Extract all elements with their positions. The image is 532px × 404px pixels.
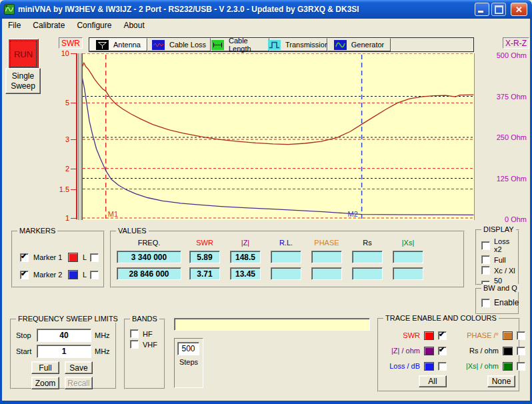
swr-tick-3: 3	[52, 135, 69, 143]
marker-1-l-checkbox[interactable]	[90, 253, 99, 262]
display-option-row: Full	[481, 255, 518, 264]
close-button[interactable]: ✕	[511, 3, 527, 16]
swr-tick-5: 5	[52, 99, 69, 107]
trace-checkbox-lossdb[interactable]	[438, 362, 447, 371]
tab-label: Cable Length	[229, 37, 269, 53]
tab-antenna[interactable]: Antenna	[89, 38, 147, 51]
menu-calibrate[interactable]: Calibrate	[27, 19, 71, 31]
value-cell-m1	[352, 251, 383, 263]
trace-checkbox-rsohm[interactable]	[517, 347, 525, 355]
sweep-limits-title: FREQUENCY SWEEP LIMITS	[16, 315, 120, 323]
values-header: FREQ.	[138, 239, 161, 247]
values-column-freq: FREQ.3 340 00028 846 000	[117, 239, 181, 284]
value-cell-m2	[352, 267, 383, 280]
trace-swatch-rsohm[interactable]	[503, 347, 513, 355]
display-option-full-checkbox[interactable]	[481, 255, 490, 264]
transmission-icon	[268, 40, 281, 50]
value-cell-m2: 13.45	[230, 267, 261, 280]
value-cell-m2: 3.71	[189, 267, 220, 280]
recall-button[interactable]: Recall	[65, 377, 93, 389]
bands-panel: BANDS HFVHF	[124, 319, 165, 389]
minivna-window: miniVNA by IW3HEV & IW3IJZ - 2 Port - RS…	[0, 0, 532, 404]
cable-length-icon	[211, 40, 224, 50]
message-field[interactable]	[174, 318, 370, 331]
start-unit: MHz	[95, 347, 110, 355]
display-option-row: Xc / Xl	[481, 266, 518, 275]
antenna-icon	[96, 40, 109, 50]
minimize-button[interactable]	[475, 3, 489, 16]
run-button-label: RUN	[10, 41, 37, 67]
trace-label-xsohm: |Xs| / ohm	[456, 362, 499, 370]
trace-swatch-lossdb[interactable]	[424, 362, 434, 371]
trace-swatch-zohm[interactable]	[424, 347, 434, 355]
swr-tickmark	[71, 169, 77, 169]
marker-1-checkbox[interactable]	[20, 253, 29, 262]
zoom-button[interactable]: Zoom	[31, 377, 59, 389]
maximize-button[interactable]	[491, 3, 506, 16]
swr-tick-2: 2	[52, 165, 69, 173]
swr-tick-10: 10	[52, 49, 69, 57]
marker-2-l-checkbox[interactable]	[90, 271, 99, 279]
tab-generator[interactable]: Generator	[327, 38, 391, 51]
swr-tick-1.5: 1.5	[52, 185, 69, 193]
band-row: HF	[130, 329, 164, 338]
save-button[interactable]: Save	[65, 361, 93, 374]
window-border-left	[0, 19, 2, 404]
value-cell-m1	[393, 251, 423, 263]
close-icon: ✕	[515, 5, 523, 15]
display-option-lossx2-checkbox[interactable]	[481, 241, 490, 250]
value-cell-m2	[311, 267, 342, 280]
marker-1-color-swatch	[68, 253, 78, 262]
value-cell-m1: 5.89	[189, 251, 220, 263]
trace-checkbox-zohm[interactable]	[438, 347, 447, 355]
trace-all-button[interactable]: All	[419, 375, 447, 387]
app-icon	[4, 4, 15, 15]
window-title: miniVNA by IW3HEV & IW3IJZ - 2 Port - RS…	[18, 5, 359, 14]
run-button[interactable]: RUN	[8, 39, 39, 69]
bwq-enable-label: Enable	[494, 298, 519, 307]
value-cell-m1: 148.5	[230, 251, 261, 263]
trace-swatch-phase[interactable]	[503, 331, 513, 340]
tab-cable-length[interactable]: Cable Length	[211, 38, 269, 51]
xrz-axis-tag: X-R-Z	[503, 37, 529, 49]
trace-row-3: Loss / dB|Xs| / ohm	[383, 361, 525, 371]
display-option-xcxl-checkbox[interactable]	[481, 266, 490, 275]
display-option-label: Xc / Xl	[494, 267, 515, 275]
stop-frequency-input[interactable]	[37, 329, 91, 342]
trace-swatch-xsohm[interactable]	[503, 362, 513, 371]
full-button[interactable]: Full	[31, 361, 59, 374]
steps-input[interactable]	[177, 342, 199, 355]
trace-panel: TRACE ENABLE AND COLOURS SWRPHASE /°|Z| …	[377, 318, 520, 392]
menu-configure[interactable]: Configure	[71, 19, 117, 31]
band-vhf-checkbox[interactable]	[130, 340, 139, 349]
chart-plot-area[interactable]	[82, 53, 475, 220]
ohm-tick-500: 500 Ohm	[493, 51, 527, 59]
chart-marker-label-m2: M2	[348, 210, 358, 218]
stop-unit: MHz	[95, 331, 110, 339]
bands-options: HFVHF	[125, 329, 164, 349]
values-column-swr: SWR5.893.71	[189, 239, 220, 284]
trace-checkbox-xsohm[interactable]	[517, 362, 525, 371]
start-frequency-input[interactable]	[37, 345, 91, 358]
trace-swatch-swr[interactable]	[424, 331, 434, 340]
swr-tickmark	[71, 189, 77, 190]
menu-about[interactable]: About	[117, 19, 150, 31]
tab-transmission[interactable]: Transmission	[269, 38, 327, 51]
value-cell-m1: 3 340 000	[117, 251, 181, 263]
trace-row-2: |Z| / ohmRs / ohm	[383, 345, 525, 356]
start-row: Start MHz	[16, 345, 110, 358]
values-column-rs: Rs	[352, 239, 383, 284]
maximize-icon	[495, 5, 503, 14]
trace-label-lossdb: Loss / dB	[383, 362, 420, 370]
menu-file[interactable]: File	[2, 19, 27, 31]
single-sweep-button[interactable]: Single Sweep	[5, 68, 41, 94]
bwq-enable-checkbox[interactable]	[481, 299, 490, 307]
trace-none-button[interactable]: None	[487, 375, 515, 387]
trace-checkbox-swr[interactable]	[438, 331, 447, 340]
trace-checkbox-phase[interactable]	[517, 331, 525, 340]
display-option-label: Loss x2	[494, 237, 518, 253]
band-hf-checkbox[interactable]	[130, 329, 139, 338]
generator-icon	[334, 40, 347, 50]
tab-cable-loss[interactable]: Cable Loss	[147, 38, 211, 51]
marker-2-checkbox[interactable]	[20, 271, 29, 279]
